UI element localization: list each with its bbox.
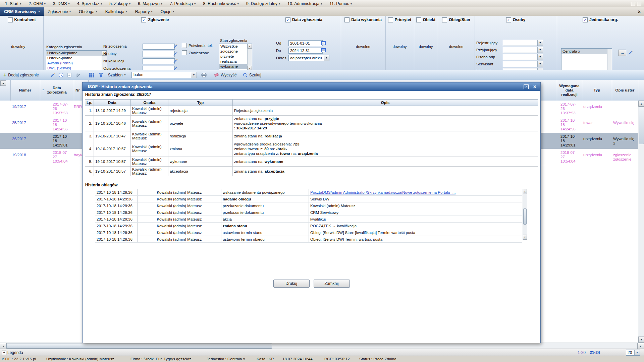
osoby-checkbox[interactable] <box>506 17 511 22</box>
edit-pencil-icon[interactable] <box>50 72 55 78</box>
menu-start[interactable]: 1. Start▾ <box>1 1 25 6</box>
scroll-down-icon[interactable]: ▼ <box>638 337 644 343</box>
tab-crm-serwisowy[interactable]: CRM Serwisowy▾ <box>0 7 44 16</box>
list-item[interactable]: Centrala x <box>561 49 607 54</box>
numer-cell[interactable]: 26/2017 <box>12 137 26 141</box>
rejestrujacy-dropdown[interactable] <box>503 40 543 46</box>
col-opis-usterki[interactable]: Opis uster <box>612 80 638 101</box>
data-wykonania-checkbox[interactable] <box>344 17 350 22</box>
jednostka-more-button[interactable]: ... <box>618 50 626 56</box>
history-row[interactable]: 4. 19-10-2017 10:57 Kowalski (admin) Mat… <box>85 141 538 157</box>
obiegi-row[interactable]: 2017-10-18 14:29:36 Kowalski (admin) Mat… <box>95 189 522 196</box>
menu-dostep-zdalny[interactable]: 9. Dostęp zdalny▾ <box>243 1 284 6</box>
data-zgloszenia-checkbox[interactable] <box>285 17 290 22</box>
restore-icon[interactable] <box>631 2 635 6</box>
expand-plus-icon[interactable]: + <box>2 351 6 355</box>
obiegi-row[interactable]: 2017-10-18 14:29:36 Kowalski (admin) Mat… <box>95 196 522 202</box>
horizontal-scrollbar[interactable]: ◄ ► <box>0 343 644 349</box>
scroll-up-icon[interactable]: ▲ <box>523 189 527 194</box>
menu-zgloszenie[interactable]: Zgłoszenie▾ <box>44 7 75 16</box>
szukaj-button[interactable]: Szukaj <box>243 72 261 78</box>
scroll-up-icon[interactable]: ▲ <box>248 44 252 49</box>
list-item[interactable]: Wszystkie <box>219 44 248 49</box>
page-range-prev[interactable]: 1-20 <box>578 350 586 355</box>
nr-obcy-input[interactable] <box>143 51 175 57</box>
obiegi-row[interactable]: 2017-10-18 14:29:36 Kowalski (admin) Mat… <box>95 229 522 236</box>
pencil-icon[interactable] <box>629 50 633 55</box>
scrollbar-thumb[interactable] <box>523 208 527 225</box>
history-row[interactable]: 5. 19-10-2017 10:57 Kowalski (admin) Mat… <box>85 157 538 167</box>
stan-listbox[interactable]: Wszystkie zgłoszone przyjęte realizacja … <box>219 44 252 71</box>
close-icon[interactable]: × <box>533 84 536 89</box>
menu-rachunkowosc[interactable]: 8. Rachunkowość▾ <box>199 1 243 6</box>
obiegi-row[interactable]: 2017-10-18 14:29:36 Kowalski (admin) Mat… <box>95 223 522 229</box>
list-item[interactable]: przyjęte <box>219 54 248 59</box>
przyjmujacy-dropdown[interactable] <box>503 47 543 53</box>
scroll-down-icon[interactable]: ▼ <box>248 66 252 70</box>
col-data[interactable]: Data <box>94 100 131 106</box>
menu-produkcja[interactable]: 7. Produkcja▾ <box>166 1 200 6</box>
col-typ[interactable]: Typ <box>168 100 233 106</box>
history-row[interactable]: 2. 19-10-2017 10:46 Kowalski (admin) Mat… <box>85 116 538 131</box>
menu-magazyn[interactable]: 6. Magazyn▾ <box>134 1 166 6</box>
menu-obsluga[interactable]: Obsługa▾ <box>75 7 101 16</box>
menu-kalkulacja[interactable]: Kalkulacja▾ <box>101 7 131 16</box>
list-item[interactable]: Awaria (Portal) <box>46 61 102 66</box>
col-wymagana-data[interactable]: Wymagana data realizacji <box>557 80 582 101</box>
menu-dms[interactable]: 3. DMS▾ <box>49 1 73 6</box>
history-row[interactable]: 1. 18-10-2017 14:29 Kowalski (admin) Mat… <box>85 106 538 116</box>
history-row[interactable]: 3. 19-10-2017 10:47 Kowalski (admin) Mat… <box>85 131 538 141</box>
calendar-icon[interactable] <box>321 48 326 52</box>
numer-cell[interactable]: 19/2017 <box>12 105 26 109</box>
szablon-select[interactable]: balon <box>131 72 197 78</box>
legenda-label[interactable]: Legenda <box>7 350 23 355</box>
close-module-icon[interactable]: × <box>635 7 644 16</box>
pencil-icon[interactable] <box>173 59 178 63</box>
scroll-up-icon[interactable]: ▲ <box>638 101 644 107</box>
col-opis[interactable]: Opis <box>233 100 538 106</box>
calendar-icon[interactable] <box>321 41 326 45</box>
scrollbar-thumb[interactable] <box>639 107 644 144</box>
pencil-icon[interactable] <box>173 51 178 56</box>
history-clock-icon[interactable] <box>59 72 63 78</box>
list-item[interactable]: realizacja <box>219 59 248 64</box>
zgloszenie-checkbox[interactable] <box>141 17 146 22</box>
scrollbar-thumb[interactable] <box>6 344 272 349</box>
jednostka-checkbox[interactable] <box>583 17 588 22</box>
obieg-stan-checkbox[interactable] <box>442 17 447 22</box>
nr-kalkulacji-input[interactable] <box>143 58 175 64</box>
vertical-scrollbar[interactable]: ▲ ▼ <box>638 101 644 343</box>
obiegi-row[interactable]: 2017-10-18 14:29:36 Kowalski (admin) Mat… <box>95 202 522 209</box>
col-data-zgloszenia[interactable]: ▲Data zgłoszenia <box>40 80 74 101</box>
col-osoba[interactable]: Osoba <box>131 100 168 106</box>
zamknij-button[interactable]: Zamknij <box>314 280 350 288</box>
potwierdz-tel-checkbox[interactable] <box>182 43 187 48</box>
kontrahent-checkbox[interactable] <box>8 17 13 22</box>
menu-administracja[interactable]: 10. Administracja▾ <box>284 1 326 6</box>
szablon-label[interactable]: Szablon▾ <box>108 72 125 78</box>
do-input[interactable]: 2024-12-31 <box>288 48 323 54</box>
window-icon[interactable] <box>637 2 641 6</box>
numer-cell[interactable]: 25/2017 <box>12 121 26 125</box>
col-lp[interactable]: Lp. <box>85 100 94 106</box>
obiegi-row[interactable]: 2017-10-18 14:29:36 Kowalski (admin) Mat… <box>95 209 522 216</box>
pencil-icon[interactable] <box>173 44 178 48</box>
document-icon[interactable] <box>67 72 72 78</box>
okres-dropdown[interactable]: od początku wieku <box>288 55 329 61</box>
menu-raporty[interactable]: Raporty▾ <box>131 7 157 16</box>
dialog-titlebar[interactable]: ISOF - Historia zmian zgłoszenia ↗ × <box>83 82 540 91</box>
print-icon[interactable] <box>201 72 207 78</box>
menu-crm[interactable]: 2. CRM▾ <box>25 1 49 6</box>
osoba-odp-dropdown[interactable] <box>503 54 543 60</box>
obiegi-row[interactable]: 2017-10-18 14:29:36 Kowalski (admin) Mat… <box>95 236 522 243</box>
menu-pomoc[interactable]: 11. Pomoc▾ <box>326 1 356 6</box>
wyczysc-button[interactable]: Wyczyść <box>214 72 236 78</box>
menu-zakupy[interactable]: 5. Zakupy▾ <box>106 1 134 6</box>
nr-zgloszenia-input[interactable] <box>143 44 175 50</box>
attachment-paperclip-icon[interactable] <box>75 72 80 78</box>
menu-opcje[interactable]: Opcje▾ <box>156 7 178 16</box>
scroll-down-icon[interactable]: ▼ <box>523 235 527 240</box>
page-size-dropdown[interactable]: 20 <box>626 350 640 356</box>
scrollbar[interactable]: ▲ ▼ <box>247 44 252 70</box>
obiegi-scrollbar[interactable]: ▲ ▼ <box>523 189 527 240</box>
